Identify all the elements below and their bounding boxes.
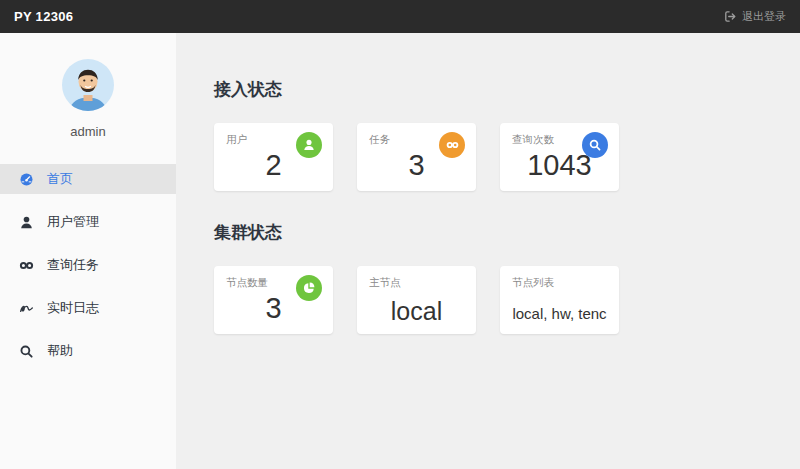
search-icon: [582, 132, 608, 158]
stat-card-label: 主节点: [369, 276, 464, 290]
sidebar-item-help[interactable]: 帮助: [0, 336, 176, 366]
sidebar-item-query-tasks[interactable]: 查询任务: [0, 250, 176, 280]
sidebar-item-users[interactable]: 用户管理: [0, 207, 176, 237]
stat-card-users: 用户 2: [214, 123, 333, 191]
sidebar-item-label: 查询任务: [47, 256, 99, 274]
cluster-status-cards: 节点数量 3 主节点 local 节点列表 local, hw, tenc: [214, 266, 800, 334]
sidebar: admin 首页: [0, 33, 176, 469]
logout-label: 退出登录: [742, 9, 786, 24]
username: admin: [0, 124, 176, 139]
stat-card-value: local: [369, 297, 464, 326]
pie-chart-icon: [296, 275, 322, 301]
section-title-cluster-status: 集群状态: [214, 221, 800, 244]
stat-card-label: 节点列表: [512, 276, 607, 290]
logout-button[interactable]: 退出登录: [724, 9, 786, 24]
main-content: 接入状态 用户 2 任务: [176, 33, 800, 469]
stat-card-query-count: 查询次数 1043: [500, 123, 619, 191]
access-status-cards: 用户 2 任务 3: [214, 123, 800, 191]
sidebar-item-live-logs[interactable]: 实时日志: [0, 293, 176, 323]
stat-card-node-count: 节点数量 3: [214, 266, 333, 334]
search-icon: [19, 344, 34, 359]
infinity-icon: [439, 132, 465, 158]
sidebar-item-label: 实时日志: [47, 299, 99, 317]
signature-icon: [19, 301, 34, 316]
dashboard-icon: [19, 172, 34, 187]
infinity-icon: [19, 258, 34, 273]
app-title: PY 12306: [14, 9, 73, 24]
user-icon: [19, 215, 34, 230]
avatar: [62, 59, 114, 111]
sign-out-icon: [724, 10, 737, 23]
sidebar-menu: 首页 用户管理 查询任务: [0, 164, 176, 366]
page-layout: admin 首页: [0, 33, 800, 469]
stat-card-value: local, hw, tenc: [512, 305, 607, 322]
stat-card-tasks: 任务 3: [357, 123, 476, 191]
sidebar-item-label: 帮助: [47, 342, 73, 360]
sidebar-item-home[interactable]: 首页: [0, 164, 176, 194]
user-icon: [296, 132, 322, 158]
stat-card-master-node: 主节点 local: [357, 266, 476, 334]
sidebar-item-label: 用户管理: [47, 213, 99, 231]
section-title-access-status: 接入状态: [214, 78, 800, 101]
sidebar-item-label: 首页: [47, 170, 73, 188]
top-bar: PY 12306 退出登录: [0, 0, 800, 33]
stat-card-node-list: 节点列表 local, hw, tenc: [500, 266, 619, 334]
profile-block: admin: [0, 33, 176, 139]
